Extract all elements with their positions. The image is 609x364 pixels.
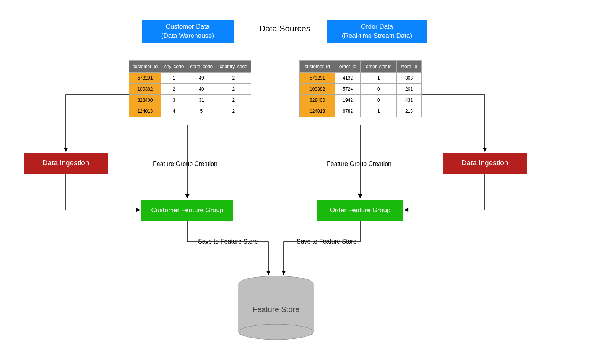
customer-th-1: city_code	[161, 61, 187, 73]
order-source-line2: (Real-time Stream Data)	[342, 32, 412, 39]
customer-th-3: country_code	[216, 61, 251, 73]
ingestion-right-box: Data Ingestion	[443, 153, 527, 174]
customer-fg-box: Customer Feature Group	[141, 200, 233, 221]
feature-store-label: Feature Store	[238, 305, 314, 314]
order-source-line1: Order Data	[361, 23, 393, 30]
order-th-0: customer_id	[300, 61, 335, 73]
diagram-title: Data Sources	[254, 24, 315, 34]
fg-creation-right-label: Feature Group Creation	[326, 161, 392, 167]
customer-source-line2: (Data Warehouse)	[161, 32, 214, 39]
ingestion-left-box: Data Ingestion	[24, 153, 108, 174]
table-row: 8284003312	[129, 95, 251, 106]
order-th-2: order_status	[361, 61, 397, 73]
customer-th-0: customer_id	[129, 61, 161, 73]
order-th-1: order_id	[335, 61, 361, 73]
fg-creation-left-label: Feature Group Creation	[152, 161, 218, 167]
order-table: customer_id order_id order_status store_…	[299, 60, 422, 117]
table-row: 10938257240201	[300, 84, 422, 95]
customer-th-2: state_code	[187, 61, 216, 73]
customer-source-box: Customer Data (Data Warehouse)	[142, 20, 234, 43]
table-row: 1093822402	[129, 84, 251, 95]
customer-table: customer_id city_code state_code country…	[129, 60, 251, 117]
feature-store-cylinder: Feature Store	[238, 275, 314, 340]
svg-point-4	[239, 324, 313, 340]
table-row: 124013452	[129, 106, 251, 117]
save-left-label: Save to Feature Store	[197, 238, 259, 245]
order-source-box: Order Data (Real-time Stream Data)	[327, 20, 427, 43]
customer-source-line1: Customer Data	[166, 23, 209, 30]
order-th-3: store_id	[397, 61, 422, 73]
table-row: 12401367821213	[300, 106, 422, 117]
table-row: 57329141321303	[300, 73, 422, 84]
table-row: 82840019420431	[300, 95, 422, 106]
order-fg-box: Order Feature Group	[317, 200, 403, 221]
save-right-label: Save to Feature Store	[296, 238, 357, 245]
table-row: 5732911492	[129, 73, 251, 84]
